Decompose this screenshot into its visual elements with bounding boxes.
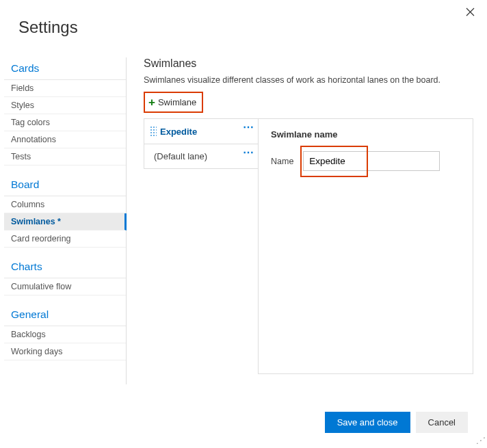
swimlane-item-default[interactable]: (Default lane) ⋯ [144, 144, 259, 169]
sidebar-item-card-reordering[interactable]: Card reordering [4, 230, 126, 248]
sidebar-item-tests[interactable]: Tests [4, 148, 126, 166]
settings-sidebar: Cards Fields Styles Tag colors Annotatio… [0, 57, 127, 384]
main-title: Swimlanes [144, 57, 473, 70]
name-field-label: Name [271, 157, 293, 166]
main-content: Swimlanes Swimlanes visualize different … [127, 57, 487, 384]
resize-grip-icon[interactable]: ⋰ [476, 436, 484, 445]
sidebar-item-cumulative-flow[interactable]: Cumulative flow [4, 278, 126, 295]
swimlane-item-label: Expedite [160, 127, 197, 137]
dialog-footer: Save and close Cancel [325, 412, 468, 433]
add-swimlane-button[interactable]: + Swimlane [144, 92, 203, 113]
detail-title: Swimlane name [271, 129, 460, 140]
sidebar-section-general[interactable]: General [4, 304, 126, 326]
swimlane-item-expedite[interactable]: Expedite ⋯ [144, 118, 259, 144]
main-description: Swimlanes visualize different classes of… [144, 75, 473, 85]
drag-handle-icon[interactable] [150, 126, 157, 137]
sidebar-item-annotations[interactable]: Annotations [4, 131, 126, 148]
sidebar-section-charts[interactable]: Charts [4, 256, 126, 278]
save-and-close-button[interactable]: Save and close [325, 412, 410, 433]
sidebar-item-fields[interactable]: Fields [4, 80, 126, 97]
close-button[interactable] [466, 7, 475, 19]
sidebar-item-tag-colors[interactable]: Tag colors [4, 114, 126, 131]
sidebar-item-styles[interactable]: Styles [4, 97, 126, 114]
add-swimlane-label: Swimlane [158, 97, 196, 107]
cancel-button[interactable]: Cancel [416, 412, 468, 433]
plus-icon: + [148, 96, 155, 108]
close-icon [466, 8, 475, 16]
more-actions-icon[interactable]: ⋯ [243, 122, 254, 133]
sidebar-item-swimlanes[interactable]: Swimlanes * [4, 213, 127, 230]
more-actions-icon[interactable]: ⋯ [243, 147, 254, 158]
sidebar-item-backlogs[interactable]: Backlogs [4, 326, 126, 343]
swimlane-detail-panel: Swimlane name Name [258, 118, 473, 374]
sidebar-item-columns[interactable]: Columns [4, 196, 126, 213]
sidebar-section-board[interactable]: Board [4, 174, 126, 196]
sidebar-item-working-days[interactable]: Working days [4, 343, 126, 360]
swimlane-item-label: (Default lane) [150, 151, 207, 161]
sidebar-section-cards[interactable]: Cards [4, 57, 126, 80]
swimlane-name-input[interactable] [303, 151, 440, 171]
page-title: Settings [0, 0, 487, 37]
swimlane-list: Expedite ⋯ (Default lane) ⋯ [144, 118, 259, 374]
